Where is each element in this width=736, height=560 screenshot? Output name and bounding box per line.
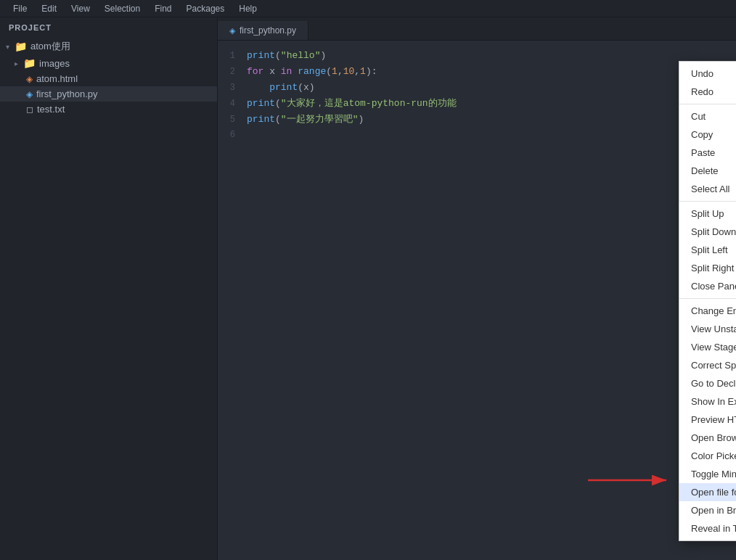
code-line-4: 4 print("大家好，這是atom-python-run的功能 <box>218 96 736 112</box>
file-icon: ◻ <box>26 104 33 115</box>
cm-show-in-explorer[interactable]: Show In Explorer <box>679 392 736 411</box>
cm-label: Open in Browser <box>691 505 736 516</box>
arrow-icon: ▸ <box>15 59 18 67</box>
cm-paste[interactable]: Paste Ctrl+V <box>679 144 736 162</box>
code-line-3: 3 print(x) <box>218 80 736 96</box>
sidebar-item-testtxt[interactable]: ◻ test.txt <box>0 102 217 117</box>
line-number: 6 <box>218 128 247 142</box>
cm-view-unstaged[interactable]: View Unstaged Changes <box>679 320 736 338</box>
cm-open-in-browser[interactable]: Open in Browser Ctrl+Shift+Q <box>679 501 736 519</box>
cm-label: Split Left <box>691 244 728 255</box>
cm-color-picker[interactable]: Color Picker Alt+Ctrl+C <box>679 447 736 465</box>
cm-label: View Unstaged Changes <box>691 324 736 334</box>
menu-edit[interactable]: Edit <box>34 2 64 15</box>
cm-label: Go to Declaration <box>691 378 736 389</box>
editor-tab[interactable]: ◈ first_python.py <box>218 21 308 40</box>
cm-cut[interactable]: Cut Ctrl+X <box>679 107 736 125</box>
menu-help[interactable]: Help <box>232 2 264 15</box>
file-icon: ◈ <box>26 74 33 84</box>
sidebar-item-label: first_python.py <box>36 88 98 99</box>
folder-icon: 📁 <box>15 41 27 52</box>
menu-view[interactable]: View <box>64 2 97 15</box>
line-content: print("hello") <box>247 48 326 64</box>
cm-label: Undo <box>691 68 713 79</box>
sidebar-item-firstpython[interactable]: ◈ first_python.py <box>0 86 217 102</box>
cm-label: Split Right <box>691 263 734 273</box>
cm-label: Reveal in Tree View <box>691 523 736 534</box>
main-layout: Project ▾ 📁 atom使用 ▸ 📁 images ◈ atom.htm… <box>0 17 736 560</box>
line-number: 3 <box>218 81 247 95</box>
cm-divider <box>679 298 736 299</box>
line-number: 1 <box>218 49 247 63</box>
menu-file[interactable]: File <box>6 2 34 15</box>
menu-selection[interactable]: Selection <box>97 2 147 15</box>
folder-icon: 📁 <box>23 57 36 69</box>
menu-packages[interactable]: Packages <box>179 2 232 15</box>
line-number: 4 <box>218 96 247 111</box>
cm-label: Change Encoding <box>691 305 736 316</box>
cm-split-left[interactable]: Split Left <box>679 241 736 259</box>
cm-delete[interactable]: Delete Del <box>679 162 736 180</box>
cm-split-right[interactable]: Split Right <box>679 259 736 277</box>
cm-preview-html[interactable]: Preview HTML <box>679 411 736 429</box>
cm-split-up[interactable]: Split Up <box>679 205 736 223</box>
sidebar-item-label: test.txt <box>37 104 65 115</box>
cm-label: Cut <box>691 111 706 122</box>
cm-redo[interactable]: Redo Ctrl+Y <box>679 83 736 101</box>
arrow-icon: ▾ <box>6 43 9 51</box>
file-icon: ◈ <box>26 89 33 99</box>
cm-label: Show In Explorer <box>691 396 736 407</box>
cm-close-pane[interactable]: Close Pane Ctrl+W <box>679 277 736 295</box>
line-number: 2 <box>218 65 247 79</box>
sidebar-item-label: images <box>39 58 70 69</box>
cm-divider <box>679 201 736 202</box>
code-line-5: 5 print("一起努力學習吧") <box>218 112 736 128</box>
cm-toggle-minimap[interactable]: Toggle Minimap <box>679 465 736 483</box>
cm-label: Redo <box>691 86 713 97</box>
cm-copy[interactable]: Copy Ctrl+C <box>679 125 736 144</box>
cm-split-down[interactable]: Split Down <box>679 223 736 241</box>
tab-file-icon: ◈ <box>229 26 235 36</box>
cm-view-staged[interactable]: View Staged Changes <box>679 338 736 356</box>
cm-label: Open file folder in CMD <box>691 487 736 498</box>
cm-reveal-in-tree-view[interactable]: Reveal in Tree View Ctrl+Shift+\ <box>679 519 736 538</box>
sidebar-title: Project <box>0 17 217 38</box>
cm-label: Delete <box>691 165 719 176</box>
cm-label: Select All <box>691 184 729 194</box>
sidebar-item-label: atom使用 <box>30 40 70 53</box>
cm-label: Toggle Minimap <box>691 469 736 479</box>
cm-correct-spelling[interactable]: Correct Spelling Ctrl+Shift+; <box>679 356 736 374</box>
line-content: print("大家好，這是atom-python-run的功能 <box>247 96 457 112</box>
sidebar-item-root[interactable]: ▾ 📁 atom使用 <box>0 38 217 55</box>
cm-open-browser-plus[interactable]: Open Browser-Plus Alt+Ctrl+O <box>679 429 736 447</box>
cm-label: Paste <box>691 147 715 158</box>
code-line-1: 1 print("hello") <box>218 48 736 64</box>
sidebar: Project ▾ 📁 atom使用 ▸ 📁 images ◈ atom.htm… <box>0 17 218 560</box>
editor-area: ◈ first_python.py 1 print("hello") 2 for… <box>218 17 736 560</box>
menubar: File Edit View Selection Find Packages H… <box>0 0 736 17</box>
cm-change-encoding[interactable]: Change Encoding Ctrl+Shift+U <box>679 302 736 320</box>
tab-bar: ◈ first_python.py <box>218 17 736 41</box>
sidebar-item-images[interactable]: ▸ 📁 images <box>0 55 217 71</box>
cm-label: View Staged Changes <box>691 342 736 353</box>
line-number: 5 <box>218 112 247 127</box>
cm-open-file-folder-cmd[interactable]: Open file folder in CMD <box>679 483 736 501</box>
tab-label: first_python.py <box>240 25 296 36</box>
line-content: for x in range(1,10,1): <box>247 64 377 80</box>
cm-label: Split Down <box>691 226 736 237</box>
cm-label: Split Up <box>691 208 724 219</box>
cm-label: Close Pane <box>691 281 736 292</box>
cm-go-to-declaration[interactable]: Go to Declaration <box>679 374 736 392</box>
menu-find[interactable]: Find <box>147 2 179 15</box>
cm-label: Copy <box>691 129 713 140</box>
cm-label: Open Browser-Plus <box>691 432 736 443</box>
line-content: print("一起努力學習吧") <box>247 112 364 128</box>
cm-select-all[interactable]: Select All Ctrl+A <box>679 180 736 198</box>
sidebar-item-atomhtml[interactable]: ◈ atom.html <box>0 71 217 86</box>
cm-label: Preview HTML <box>691 414 736 425</box>
cm-label: Color Picker <box>691 450 736 461</box>
cm-undo[interactable]: Undo Ctrl+Z <box>679 65 736 83</box>
cm-label: Correct Spelling <box>691 360 736 371</box>
cm-divider <box>679 104 736 104</box>
context-menu: Undo Ctrl+Z Redo Ctrl+Y Cut Ctrl+X Copy … <box>679 61 736 541</box>
